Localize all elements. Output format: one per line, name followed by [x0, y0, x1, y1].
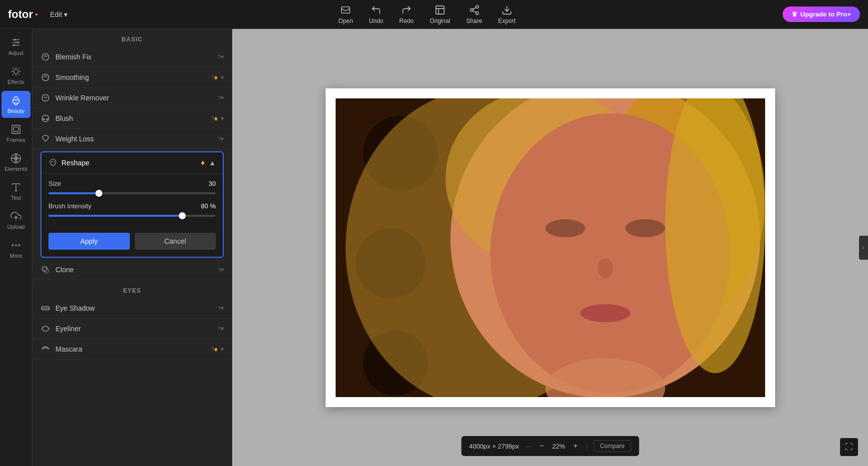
- sidebar-item-beauty[interactable]: Beauty: [1, 91, 30, 118]
- clone-icon: [40, 265, 50, 275]
- elements-label: Elements: [4, 166, 27, 172]
- sidebar-item-upload[interactable]: Upload: [1, 207, 30, 234]
- export-label: Export: [498, 17, 516, 24]
- svg-point-14: [13, 69, 18, 73]
- svg-point-24: [15, 245, 16, 246]
- blush-label: Blush: [55, 114, 209, 122]
- sidebar-item-effects[interactable]: Effects: [1, 62, 30, 89]
- canvas-dimensions: 4000px × 2799px: [469, 443, 519, 450]
- open-button[interactable]: Open: [338, 4, 353, 24]
- svg-point-46: [625, 219, 665, 237]
- text-icon: [10, 182, 21, 193]
- sidebar-item-frames[interactable]: Frames: [1, 120, 30, 147]
- icon-sidebar: Adjust Effects Beauty Frames Elements Te…: [0, 29, 32, 466]
- brush-slider-track[interactable]: [48, 215, 216, 217]
- size-slider-fill: [48, 192, 99, 194]
- undo-icon: [371, 4, 382, 15]
- cancel-button[interactable]: Cancel: [135, 233, 216, 250]
- svg-point-11: [14, 39, 16, 41]
- canvas-area: ‹: [232, 29, 868, 466]
- blush-chevron: ▾: [221, 115, 224, 122]
- clone-label: Clone: [55, 266, 216, 274]
- canvas-photo-svg: [336, 98, 765, 397]
- sidebar-item-text[interactable]: Text: [1, 178, 30, 205]
- svg-point-25: [19, 245, 20, 246]
- svg-point-13: [13, 44, 15, 46]
- svg-point-4: [475, 11, 478, 14]
- blush-row[interactable]: Blush ? ♦ ▾: [32, 108, 232, 129]
- wrinkle-chevron: ▾: [221, 94, 224, 101]
- redo-label: Redo: [400, 17, 414, 24]
- weight-loss-chevron: ▾: [221, 135, 224, 142]
- sidebar-item-elements[interactable]: Elements: [1, 149, 30, 176]
- original-icon: [434, 4, 445, 15]
- main-layout: Adjust Effects Beauty Frames Elements Te…: [0, 29, 868, 466]
- eyeliner-row[interactable]: Eyeliner ? ▾: [32, 319, 232, 339]
- sidebar-item-more[interactable]: More: [1, 236, 30, 263]
- eye-shadow-icon: [40, 303, 50, 313]
- zoom-in-button[interactable]: +: [571, 442, 580, 451]
- canvas-wrapper: [326, 88, 775, 407]
- eyeliner-icon: [40, 324, 50, 334]
- mascara-label: Mascara: [55, 345, 209, 353]
- blemish-fix-label: Blemish Fix: [55, 53, 216, 61]
- wrinkle-remover-label: Wrinkle Remover: [55, 94, 216, 102]
- smoothing-pro-icon: ♦: [214, 73, 218, 81]
- reshape-buttons: Apply Cancel: [41, 231, 223, 257]
- adjust-icon: [10, 37, 21, 48]
- weight-loss-row[interactable]: Weight Loss ? ▾: [32, 129, 232, 149]
- logo-text: fotor: [8, 8, 33, 21]
- mascara-icon: [40, 344, 50, 354]
- svg-point-16: [14, 103, 17, 105]
- logo-dot: ●: [35, 11, 38, 17]
- open-icon: [340, 4, 351, 15]
- clone-row[interactable]: Clone ? ▾: [32, 260, 232, 280]
- brush-slider-thumb[interactable]: [179, 212, 186, 219]
- redo-button[interactable]: Redo: [400, 4, 414, 24]
- upgrade-button[interactable]: ♛ Upgrade to Pro+: [783, 6, 861, 22]
- fullscreen-icon: ⛶: [845, 443, 853, 452]
- fullscreen-button[interactable]: ⛶: [840, 438, 858, 456]
- reshape-title: Reshape: [61, 159, 201, 167]
- effects-label: Effects: [7, 79, 24, 85]
- clone-chevron: ▾: [221, 266, 224, 273]
- eye-shadow-row[interactable]: Eye Shadow ? ▾: [32, 298, 232, 319]
- brush-slider-fill: [48, 215, 182, 217]
- size-slider-track[interactable]: [48, 192, 216, 194]
- wrinkle-remover-icon: [40, 93, 50, 103]
- svg-line-5: [472, 10, 475, 12]
- reshape-collapse-button[interactable]: ▲: [209, 159, 216, 167]
- blush-pro-icon: ♦: [214, 114, 218, 122]
- compare-button[interactable]: Compare: [593, 440, 631, 452]
- share-icon: [469, 4, 480, 15]
- mascara-row[interactable]: Mascara ? ♦ ▾: [32, 339, 232, 360]
- share-button[interactable]: Share: [466, 4, 482, 24]
- frames-label: Frames: [6, 137, 25, 143]
- blemish-fix-row[interactable]: Blemish Fix ? ▾: [32, 47, 232, 67]
- sidebar-item-adjust[interactable]: Adjust: [1, 33, 30, 60]
- topbar: fotor● Edit ▾ Open Undo Redo Original Sh…: [0, 0, 868, 29]
- apply-button[interactable]: Apply: [48, 233, 130, 250]
- divider-2: |: [586, 443, 587, 450]
- redo-icon: [401, 4, 412, 15]
- undo-button[interactable]: Undo: [369, 4, 384, 24]
- brush-label: Brush Intensity: [48, 202, 91, 210]
- effects-icon: [10, 66, 21, 77]
- size-slider-thumb[interactable]: [95, 190, 102, 197]
- svg-point-47: [598, 258, 613, 278]
- original-button[interactable]: Original: [430, 4, 450, 24]
- expand-right-button[interactable]: ›: [859, 236, 868, 260]
- reshape-pro-icon: ♦: [201, 158, 205, 167]
- wrinkle-remover-row[interactable]: Wrinkle Remover ? ▾: [32, 88, 232, 108]
- basic-section-header: BASIC: [32, 29, 232, 47]
- smoothing-icon: [40, 72, 50, 82]
- logo: fotor●: [8, 8, 38, 21]
- smoothing-row[interactable]: Smoothing ? ♦ ▾: [32, 67, 232, 88]
- smoothing-label: Smoothing: [55, 73, 209, 81]
- zoom-out-button[interactable]: −: [537, 442, 546, 451]
- more-icon: [10, 240, 21, 251]
- eye-shadow-chevron: ▾: [221, 305, 224, 312]
- export-button[interactable]: Export: [498, 4, 516, 24]
- edit-menu-button[interactable]: Edit ▾: [46, 8, 71, 20]
- svg-point-27: [42, 74, 48, 80]
